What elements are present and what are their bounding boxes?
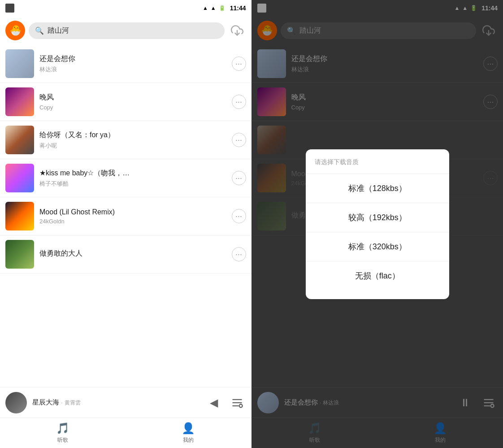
left-now-playing-title: 星辰大海 · 黄霄雲 [32, 398, 199, 407]
dialog-option-flac[interactable]: 无损（flac） [306, 261, 449, 290]
left-song-title-1: 还是会想你 [39, 54, 226, 64]
left-more-btn-5[interactable]: ··· [232, 209, 246, 223]
left-search-icon: 🔍 [35, 26, 44, 35]
left-song-title-3: 给你呀（又名：for ya） [39, 130, 226, 140]
left-nav-listen-label: 听歌 [57, 436, 68, 444]
left-nav-listen[interactable]: 🎵 听歌 [0, 418, 126, 448]
left-song-artist-2: Copy [39, 104, 226, 111]
left-search-text: 踏山河 [48, 26, 69, 35]
left-song-item-5[interactable]: Mood (Lil Ghost Remix) 24kGoldn ··· [0, 197, 252, 235]
right-phone: ▲ ▲ 🔋 11:44 🐣 🔍 踏山河 还是会想你 林达浪 ··· [252, 0, 503, 448]
left-song-info-6: 做勇敢的大人 [39, 249, 226, 260]
left-download-btn[interactable] [228, 22, 246, 39]
left-song-item-4[interactable]: ★kiss me baby☆（吻我，… 椅子不够酷 ··· [0, 159, 252, 197]
left-song-info-3: 给你呀（又名：for ya） 蒋小呢 [39, 130, 226, 150]
left-song-info-1: 还是会想你 林达浪 [39, 54, 226, 74]
left-more-btn-2[interactable]: ··· [232, 95, 246, 109]
quality-dialog: 请选择下载音质 标准（128kbs） 较高（192kbs） 标准（320kbs）… [306, 149, 449, 299]
left-more-btn-6[interactable]: ··· [232, 247, 246, 261]
left-song-item-2[interactable]: 晚风 Copy ··· [0, 83, 252, 121]
left-song-title-4: ★kiss me baby☆（吻我，… [39, 169, 226, 178]
left-nav-mine-label: 我的 [183, 436, 194, 444]
left-song-item-1[interactable]: 还是会想你 林达浪 ··· [0, 45, 252, 83]
left-nav-listen-icon: 🎵 [56, 422, 69, 435]
left-nav-mine[interactable]: 👤 我的 [126, 418, 251, 448]
left-thumb-3 [5, 126, 34, 154]
left-song-item-6[interactable]: 做勇敢的大人 ··· [0, 235, 252, 274]
left-more-btn-3[interactable]: ··· [232, 133, 246, 147]
left-header: 🐣 🔍 踏山河 [0, 16, 252, 45]
left-signal-icon: ▲ [211, 5, 216, 11]
left-status-bar: ▲ ▲ 🔋 11:44 [0, 0, 252, 16]
left-search-bar[interactable]: 🔍 踏山河 [29, 22, 225, 39]
svg-point-4 [239, 404, 242, 407]
left-song-list: 还是会想你 林达浪 ··· 晚风 Copy ··· 给你呀（又名：for ya）… [0, 45, 252, 387]
left-song-title-6: 做勇敢的大人 [39, 249, 226, 258]
left-battery-icon: 🔋 [219, 5, 225, 11]
dialog-title: 请选择下载音质 [306, 158, 449, 174]
left-thumb-6 [5, 240, 34, 269]
left-song-title-2: 晚风 [39, 93, 226, 102]
left-more-btn-1[interactable]: ··· [232, 57, 246, 71]
left-song-artist-1: 林达浪 [39, 65, 226, 74]
left-wifi-icon: ▲ [203, 5, 208, 11]
left-more-btn-4[interactable]: ··· [232, 171, 246, 185]
left-thumb-5 [5, 202, 34, 231]
dialog-option-128[interactable]: 标准（128kbs） [306, 174, 449, 203]
left-time: 11:44 [230, 4, 246, 12]
left-song-artist-3: 蒋小呢 [39, 142, 226, 150]
dialog-option-320[interactable]: 标准（320kbs） [306, 232, 449, 261]
left-now-playing[interactable]: 星辰大海 · 黄霄雲 ◀ [0, 387, 252, 418]
left-play-btn[interactable]: ◀ [205, 394, 223, 412]
left-thumb-2 [5, 87, 34, 116]
left-now-playing-info: 星辰大海 · 黄霄雲 [32, 398, 199, 407]
left-song-info-4: ★kiss me baby☆（吻我，… 椅子不够酷 [39, 169, 226, 188]
left-song-title-5: Mood (Lil Ghost Remix) [39, 208, 226, 216]
dialog-option-192[interactable]: 较高（192kbs） [306, 203, 449, 232]
left-song-info-2: 晚风 Copy [39, 93, 226, 111]
left-phone: ▲ ▲ 🔋 11:44 🐣 🔍 踏山河 还是会想你 林达浪 ··· [0, 0, 252, 448]
left-song-artist-4: 椅子不够酷 [39, 180, 226, 188]
left-queue-btn[interactable] [228, 394, 246, 412]
left-thumb-1 [5, 49, 34, 78]
left-song-info-5: Mood (Lil Ghost Remix) 24kGoldn [39, 208, 226, 225]
left-stop-btn[interactable] [5, 4, 14, 13]
left-song-artist-5: 24kGoldn [39, 218, 226, 225]
left-thumb-4 [5, 164, 34, 192]
left-nav-mine-icon: 👤 [182, 422, 195, 435]
left-song-item-3[interactable]: 给你呀（又名：for ya） 蒋小呢 ··· [0, 121, 252, 159]
dialog-overlay[interactable]: 请选择下载音质 标准（128kbs） 较高（192kbs） 标准（320kbs）… [252, 0, 503, 448]
left-bottom-nav: 🎵 听歌 👤 我的 [0, 418, 252, 448]
left-now-playing-thumb [5, 392, 27, 413]
left-logo[interactable]: 🐣 [5, 21, 25, 40]
